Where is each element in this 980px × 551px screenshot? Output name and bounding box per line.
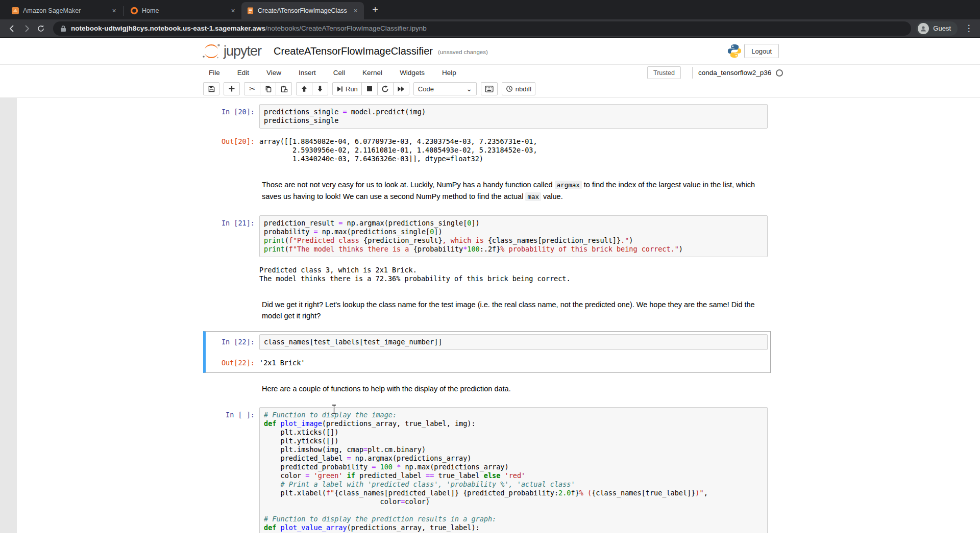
code-line: probability = np.max(predictions_single[… bbox=[264, 228, 763, 236]
restart-icon bbox=[381, 85, 389, 93]
new-tab-button[interactable]: + bbox=[368, 3, 382, 17]
tab-label: Amazon SageMaker bbox=[23, 7, 106, 14]
tab-label: Home bbox=[142, 7, 225, 14]
output-prompt: Out[22]: bbox=[208, 355, 259, 367]
add-cell-button[interactable] bbox=[224, 82, 240, 95]
markdown-text: Those are not not very easy for us to lo… bbox=[262, 174, 768, 207]
lock-icon bbox=[60, 25, 66, 32]
profile-label: Guest bbox=[933, 24, 951, 32]
code-line: color=color) bbox=[264, 497, 763, 506]
clock-icon bbox=[506, 85, 513, 92]
code-line: # Function to display the image: bbox=[264, 411, 763, 419]
code-cell[interactable]: In [20]:predictions_single = model.predi… bbox=[203, 101, 771, 169]
menu-insert[interactable]: Insert bbox=[290, 69, 325, 77]
menu-help[interactable]: Help bbox=[433, 69, 465, 77]
menu-kernel[interactable]: Kernel bbox=[354, 69, 391, 77]
output-text: '2x1 Brick' bbox=[259, 355, 305, 367]
notebook-area: In [20]:predictions_single = model.predi… bbox=[0, 98, 980, 533]
tab-divider bbox=[124, 6, 124, 16]
menubar: File Edit View Insert Cell Kernel Widget… bbox=[0, 64, 980, 80]
code-line: color = 'green' if predicted_label == tr… bbox=[264, 471, 763, 480]
menu-edit[interactable]: Edit bbox=[229, 69, 258, 77]
tab-close-icon[interactable]: × bbox=[351, 7, 360, 15]
restart-kernel-button[interactable] bbox=[377, 82, 394, 95]
browser-tab-home[interactable]: Home × bbox=[125, 2, 241, 19]
menu-view[interactable]: View bbox=[258, 69, 290, 77]
logout-button[interactable]: Logout bbox=[744, 44, 779, 58]
browser-menu-icon[interactable]: ⋮ bbox=[963, 23, 975, 34]
code-line: plt.xticks([]) bbox=[264, 428, 763, 437]
jupyter-logo-text: jupyter bbox=[224, 43, 261, 59]
jupyter-logo[interactable]: jupyter bbox=[201, 43, 261, 59]
save-button[interactable] bbox=[203, 82, 219, 95]
code-editor[interactable]: class_names[test_labels[test_image_numbe… bbox=[259, 334, 768, 350]
reload-icon[interactable] bbox=[34, 21, 48, 36]
back-icon[interactable] bbox=[5, 21, 19, 36]
kernel-name: conda_tensorflow2_p36 bbox=[698, 69, 771, 77]
menu-cell[interactable]: Cell bbox=[325, 69, 354, 77]
url-path: /notebooks/CreateATensorFlowImageClassif… bbox=[265, 24, 427, 32]
tab-close-icon[interactable]: × bbox=[229, 7, 237, 15]
move-cell-up-button[interactable] bbox=[296, 82, 312, 95]
save-icon bbox=[208, 85, 215, 93]
menu-file[interactable]: File bbox=[200, 69, 229, 77]
browser-tab-notebook-active[interactable]: CreateATensorFlowImageClass × bbox=[241, 2, 364, 19]
run-icon bbox=[336, 86, 343, 92]
markdown-segment: value. bbox=[541, 192, 563, 201]
cell-input-row: In [20]:predictions_single = model.predi… bbox=[208, 104, 768, 129]
markdown-segment: Here are a couple of functions to help w… bbox=[262, 385, 511, 393]
markdown-cell[interactable]: Here are a couple of functions to help w… bbox=[203, 375, 771, 402]
stop-kernel-button[interactable] bbox=[361, 82, 378, 95]
code-line: # Function to display the prediction res… bbox=[264, 515, 763, 523]
markdown-segment: Did we get it right? Let's lookup the cl… bbox=[262, 300, 755, 320]
inline-code: argmax bbox=[555, 181, 582, 189]
forward-icon[interactable] bbox=[19, 21, 34, 36]
kernel-idle-icon bbox=[776, 69, 783, 77]
profile-chip[interactable]: Guest bbox=[916, 21, 958, 36]
copy-cell-button[interactable] bbox=[260, 82, 276, 95]
nbdiff-button[interactable]: nbdiff bbox=[502, 82, 536, 95]
cut-cell-button[interactable]: ✂ bbox=[244, 82, 260, 95]
markdown-cell[interactable]: Did we get it right? Let's lookup the cl… bbox=[203, 291, 771, 329]
notebook-title[interactable]: CreateATensorFlowImageClassifier bbox=[274, 45, 433, 57]
tab-label: CreateATensorFlowImageClass bbox=[258, 7, 348, 14]
run-cell-button[interactable]: Run bbox=[332, 82, 362, 95]
cell-input-row: In [22]:class_names[test_labels[test_ima… bbox=[208, 334, 768, 350]
markdown-cell[interactable]: Those are not not very easy for us to lo… bbox=[203, 171, 771, 210]
code-line: def plot_image(predictions_array, true_l… bbox=[264, 419, 763, 428]
code-editor[interactable]: prediction_result = np.argmax(prediction… bbox=[259, 215, 768, 257]
code-line: class_names[test_labels[test_image_numbe… bbox=[264, 338, 763, 346]
command-palette-button[interactable] bbox=[481, 82, 498, 95]
browser-tab-sagemaker[interactable]: Amazon SageMaker × bbox=[6, 2, 122, 19]
cell-input-row: In [ ]:# Function to display the image:d… bbox=[208, 407, 768, 533]
cell-output-row: Out[20]:array([[1.8845082e-04, 6.0770973… bbox=[208, 129, 768, 166]
code-cell[interactable]: In [ ]:# Function to display the image:d… bbox=[203, 404, 771, 533]
fast-forward-icon bbox=[397, 86, 405, 92]
menu-widgets[interactable]: Widgets bbox=[391, 69, 433, 77]
trusted-button[interactable]: Trusted bbox=[647, 66, 681, 79]
code-line: predicted_label = np.argmax(predictions_… bbox=[264, 454, 763, 463]
autosave-status: (unsaved changes) bbox=[438, 49, 488, 55]
markdown-text: Did we get it right? Let's lookup the cl… bbox=[262, 294, 768, 325]
code-cell[interactable]: In [22]:class_names[test_labels[test_ima… bbox=[203, 331, 771, 373]
kernel-divider bbox=[692, 67, 693, 79]
code-line: plt.xlabel(f"{class_names[predicted_labe… bbox=[264, 489, 763, 497]
cell-output-row: Out[22]:'2x1 Brick' bbox=[208, 350, 768, 370]
output-text: Predicted class 3, which is 2x1 Brick. T… bbox=[259, 262, 571, 283]
cell-type-select[interactable]: Code ⌄ bbox=[413, 82, 477, 95]
code-cell[interactable]: In [21]:prediction_result = np.argmax(pr… bbox=[203, 212, 771, 289]
tab-close-icon[interactable]: × bbox=[110, 7, 118, 15]
keyboard-icon bbox=[485, 86, 494, 92]
code-line: plt.xticks(range(10)) bbox=[264, 532, 763, 533]
restart-run-all-button[interactable] bbox=[393, 82, 409, 95]
paste-cell-button[interactable] bbox=[276, 82, 292, 95]
sagemaker-favicon bbox=[11, 7, 19, 15]
notebook-toolbar: ✂ Run bbox=[0, 80, 980, 98]
code-line: # Print a label with 'predicted class', … bbox=[264, 480, 763, 489]
move-cell-down-button[interactable] bbox=[312, 82, 328, 95]
url-bar[interactable]: notebook-udtwigjh8cys.notebook.us-east-1… bbox=[53, 21, 911, 36]
jupyter-header: jupyter CreateATensorFlowImageClassifier… bbox=[0, 38, 980, 64]
mouse-text-cursor bbox=[331, 404, 337, 416]
code-editor[interactable]: predictions_single = model.predict(img)p… bbox=[259, 104, 768, 129]
code-editor[interactable]: # Function to display the image:def plot… bbox=[259, 407, 768, 533]
